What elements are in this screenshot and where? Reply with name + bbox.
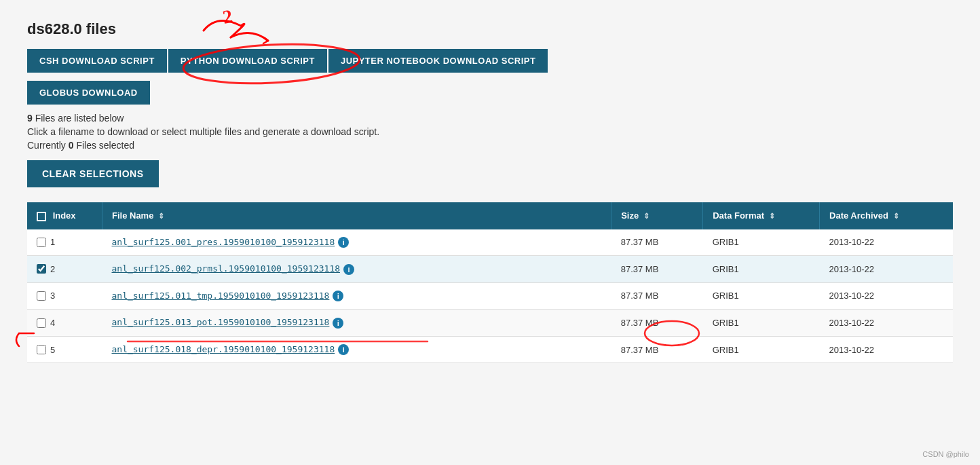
cell-size-1: 87.37 MB	[611, 229, 703, 256]
cell-index-3: 3	[27, 282, 102, 310]
cell-index-1: 1	[27, 229, 102, 256]
file-link-2[interactable]: anl_surf125.002_prmsl.1959010100_1959123…	[111, 263, 340, 274]
row-index-label: 3	[50, 291, 55, 301]
row-checkbox-2[interactable]	[37, 264, 46, 274]
cell-filename-5: anl_surf125.018_depr.1959010100_19591231…	[102, 336, 611, 363]
row-checkbox-5[interactable]	[37, 345, 46, 354]
row-checkbox-1[interactable]	[37, 238, 46, 247]
csh-download-button[interactable]: CSH DOWNLOAD SCRIPT	[27, 49, 167, 73]
cell-date-4: 2013-10-22	[820, 310, 953, 337]
file-link-5[interactable]: anl_surf125.018_depr.1959010100_19591231…	[111, 344, 335, 354]
info-icon-1[interactable]: i	[338, 237, 349, 248]
cell-filename-4: anl_surf125.013_pot.1959010100_195912311…	[102, 310, 611, 337]
table-row: 2anl_surf125.002_prmsl.1959010100_195912…	[27, 256, 953, 283]
row-index-label: 2	[50, 264, 55, 274]
file-link-3[interactable]: anl_surf125.011_tmp.1959010100_195912311…	[111, 291, 329, 301]
col-header-date[interactable]: Date Archived ⇕	[820, 202, 953, 229]
selected-count: 0	[69, 140, 74, 151]
row-index-label: 4	[50, 318, 55, 328]
col-header-format[interactable]: Data Format ⇕	[703, 202, 820, 229]
file-link-4[interactable]: anl_surf125.013_pot.1959010100_195912311…	[111, 317, 329, 327]
files-count: 9	[27, 113, 33, 124]
globus-button-row: GLOBUS DOWNLOAD	[27, 81, 953, 107]
info-icon-5[interactable]: i	[338, 344, 349, 355]
instruction-text: Click a filename to download or select m…	[27, 126, 953, 137]
row-checkbox-3[interactable]	[37, 291, 46, 301]
cell-date-2: 2013-10-22	[820, 256, 953, 283]
python-download-button[interactable]: PYTHON DOWNLOAD SCRIPT	[168, 49, 327, 73]
files-table: Index File Name ⇕ Size ⇕ Data Format ⇕ D…	[27, 202, 953, 363]
cell-filename-3: anl_surf125.011_tmp.1959010100_195912311…	[102, 282, 611, 310]
col-header-index[interactable]: Index	[27, 202, 102, 229]
cell-filename-2: anl_surf125.002_prmsl.1959010100_1959123…	[102, 256, 611, 283]
format-sort-icon[interactable]: ⇕	[769, 212, 775, 220]
date-sort-icon[interactable]: ⇕	[893, 212, 899, 220]
cell-index-4: 4	[27, 310, 102, 337]
filename-sort-icon[interactable]: ⇕	[158, 212, 164, 220]
cell-date-3: 2013-10-22	[820, 282, 953, 310]
row-index-label: 1	[50, 237, 55, 247]
table-row: 4anl_surf125.013_pot.1959010100_19591231…	[27, 310, 953, 337]
cell-format-1: GRIB1	[703, 229, 820, 256]
table-header-row: Index File Name ⇕ Size ⇕ Data Format ⇕ D…	[27, 202, 953, 229]
cell-format-3: GRIB1	[703, 282, 820, 310]
cell-index-5: 5	[27, 336, 102, 363]
table-row: 1anl_surf125.001_pres.1959010100_1959123…	[27, 229, 953, 256]
files-count-text: 9 Files are listed below	[27, 113, 953, 124]
cell-index-2: 2	[27, 256, 102, 283]
globus-download-button[interactable]: GLOBUS DOWNLOAD	[27, 81, 150, 105]
col-header-filename[interactable]: File Name ⇕	[102, 202, 611, 229]
jupyter-download-button[interactable]: JUPYTER NOTEBOOK DOWNLOAD SCRIPT	[328, 49, 548, 73]
size-sort-icon[interactable]: ⇕	[643, 212, 649, 220]
selected-count-text: Currently 0 Files selected	[27, 140, 953, 151]
info-icon-4[interactable]: i	[333, 318, 343, 329]
cell-size-4: 87.37 MB	[611, 310, 703, 337]
cell-date-5: 2013-10-22	[820, 336, 953, 363]
col-header-size[interactable]: Size ⇕	[611, 202, 703, 229]
file-link-1[interactable]: anl_surf125.001_pres.1959010100_19591231…	[111, 237, 335, 247]
cell-format-4: GRIB1	[703, 310, 820, 337]
info-icon-3[interactable]: i	[333, 291, 343, 301]
cell-size-3: 87.37 MB	[611, 282, 703, 310]
clear-selections-button[interactable]: CLEAR SELECTIONS	[27, 160, 159, 187]
cell-size-2: 87.37 MB	[611, 256, 703, 283]
select-all-checkbox[interactable]	[37, 212, 46, 221]
cell-size-5: 87.37 MB	[611, 336, 703, 363]
row-index-label: 5	[50, 345, 55, 355]
info-icon-2[interactable]: i	[343, 264, 354, 275]
cell-filename-1: anl_surf125.001_pres.1959010100_19591231…	[102, 229, 611, 256]
table-row: 5anl_surf125.018_depr.1959010100_1959123…	[27, 336, 953, 363]
cell-format-5: GRIB1	[703, 336, 820, 363]
download-buttons-row: CSH DOWNLOAD SCRIPT PYTHON DOWNLOAD SCRI…	[27, 49, 953, 75]
row-checkbox-4[interactable]	[37, 318, 46, 328]
cell-date-1: 2013-10-22	[820, 229, 953, 256]
page-title: ds628.0 files	[27, 20, 953, 38]
table-row: 3anl_surf125.011_tmp.1959010100_19591231…	[27, 282, 953, 310]
cell-format-2: GRIB1	[703, 256, 820, 283]
